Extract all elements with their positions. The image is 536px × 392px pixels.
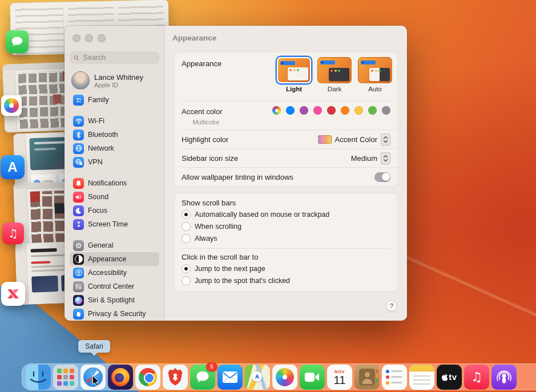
dock-photos-icon[interactable] — [272, 365, 297, 390]
theme-label: Auto — [357, 86, 393, 92]
accent-color-row: Accent color Multicolor — [175, 101, 397, 130]
notes-lines — [413, 375, 430, 377]
dock-contacts-icon[interactable] — [354, 365, 380, 390]
dock-facetime-icon[interactable] — [300, 365, 325, 390]
news-app-icon[interactable] — [1, 282, 25, 306]
radio-icon[interactable] — [182, 222, 191, 231]
highlight-gradient-chip — [318, 135, 332, 144]
calendar-day: 11 — [334, 374, 346, 386]
accent-swatch-yellow[interactable] — [354, 106, 363, 115]
dock-notes-icon[interactable] — [409, 365, 434, 390]
minimize-button[interactable] — [85, 34, 93, 42]
radio-selected-icon[interactable] — [182, 264, 191, 273]
sidebar-item-accessibility[interactable]: Accessibility — [70, 266, 159, 280]
wifi-icon — [73, 116, 84, 127]
sidebar-item-screen-time[interactable]: Screen Time — [70, 217, 159, 231]
dock-brave-icon[interactable] — [163, 365, 188, 390]
dock-launchpad-icon[interactable] — [53, 365, 78, 390]
sidebar-item-bluetooth[interactable]: Bluetooth — [70, 128, 159, 142]
close-button[interactable] — [72, 34, 80, 42]
hand-icon — [73, 309, 84, 320]
appearance-settings-card: Appearance Light — [174, 52, 398, 187]
click-scroll-option-spot-clicked[interactable]: Jump to the spot that's clicked — [182, 276, 390, 285]
accessibility-icon — [73, 268, 84, 278]
dock-music-icon[interactable]: ♫ — [464, 365, 489, 390]
family-icon — [73, 95, 84, 106]
apple-id-row[interactable]: Lance Whitney Apple ID — [70, 70, 159, 91]
music-app-icon[interactable]: ♫ — [2, 223, 24, 244]
sidebar-item-wifi[interactable]: Wi-Fi — [70, 114, 159, 128]
accent-swatches — [272, 106, 390, 115]
page-title: Appearance — [172, 34, 407, 42]
zoom-button[interactable] — [98, 34, 106, 42]
sidebar-item-privacy-security[interactable]: Privacy & Security — [70, 307, 159, 321]
chevron-up-down-icon[interactable] — [381, 152, 390, 164]
click-scroll-option-next-page[interactable]: Jump to the next page — [182, 264, 390, 273]
wallpaper-tinting-row: Allow wallpaper tinting in windows — [175, 168, 397, 186]
search-field[interactable] — [70, 51, 159, 64]
wallpaper-tinting-toggle[interactable] — [374, 172, 390, 182]
sidebar-item-focus[interactable]: Focus — [70, 204, 159, 217]
dock-messages-icon[interactable]: 6 — [190, 365, 215, 390]
notes-header — [409, 365, 434, 371]
accent-swatch-graphite[interactable] — [382, 106, 390, 115]
highlight-color-select[interactable]: Accent Color — [318, 134, 390, 146]
sidebar-item-network[interactable]: Network — [70, 142, 159, 155]
radio-label: Automatically based on mouse or trackpad — [195, 211, 329, 219]
light-theme-thumbnail[interactable] — [277, 57, 311, 83]
sidebar-item-siri-spotlight[interactable]: Siri & Spotlight — [70, 293, 159, 307]
dock-firefox-icon[interactable] — [108, 365, 133, 390]
sidebar-item-label: VPN — [88, 158, 103, 166]
scrollbars-option-always[interactable]: Always — [182, 234, 390, 243]
sidebar-item-notifications[interactable]: Notifications — [70, 176, 159, 190]
appstore-app-icon[interactable]: A — [1, 155, 25, 179]
accent-swatch-green[interactable] — [368, 106, 377, 115]
help-button[interactable]: ? — [386, 300, 397, 312]
auto-theme-thumbnail[interactable] — [358, 57, 392, 83]
photos-flower-icon — [276, 368, 294, 386]
sidebar-item-sound[interactable]: Sound — [70, 190, 159, 204]
dock-mail-icon[interactable] — [217, 365, 243, 390]
sidebar-item-label: Siri & Spotlight — [88, 296, 135, 304]
dock-finder-icon[interactable] — [26, 365, 51, 390]
sidebar-item-family[interactable]: Family — [70, 93, 159, 107]
envelope-icon — [222, 371, 238, 383]
sidebar-icon-size-select[interactable]: Medium — [351, 152, 390, 164]
accent-swatch-red[interactable] — [327, 106, 336, 115]
radio-icon[interactable] — [182, 234, 191, 243]
messages-app-icon[interactable] — [6, 30, 29, 53]
click-scrollbar-title: Click in the scroll bar to — [182, 253, 390, 261]
gear-icon: ⚙ — [73, 240, 84, 251]
accent-swatch-orange[interactable] — [341, 106, 349, 115]
dock-reminders-icon[interactable] — [382, 365, 407, 390]
radio-selected-icon[interactable] — [182, 210, 191, 219]
theme-option-dark[interactable]: Dark — [317, 57, 352, 92]
finder-face-icon — [26, 365, 51, 390]
theme-option-light[interactable]: Light — [276, 57, 312, 92]
accent-swatch-multicolor[interactable] — [272, 106, 281, 115]
scrollbars-option-when-scrolling[interactable]: When scrolling — [182, 222, 390, 231]
theme-option-auto[interactable]: Auto — [357, 57, 393, 92]
search-input[interactable] — [82, 53, 155, 62]
scrollbars-option-auto[interactable]: Automatically based on mouse or trackpad — [182, 210, 390, 219]
sidebar-item-control-center[interactable]: Control Center — [70, 280, 159, 293]
dark-theme-thumbnail[interactable] — [317, 57, 352, 83]
accent-swatch-purple[interactable] — [300, 106, 308, 115]
sidebar-item-appearance[interactable]: Appearance — [70, 252, 159, 266]
sidebar-item-label: Screen Time — [88, 220, 128, 228]
dock-podcasts-icon[interactable] — [491, 365, 517, 390]
sidebar-item-vpn[interactable]: VPN — [70, 155, 159, 169]
wallpaper-tinting-label: Allow wallpaper tinting in windows — [182, 173, 293, 181]
accent-swatch-blue[interactable] — [286, 106, 295, 115]
radio-label: When scrolling — [195, 223, 241, 231]
sidebar-item-general[interactable]: ⚙ General — [70, 239, 159, 252]
photos-app-icon[interactable] — [1, 95, 22, 116]
radio-icon[interactable] — [182, 276, 191, 285]
chevron-up-down-icon[interactable] — [381, 134, 390, 146]
dock-calendar-icon[interactable]: NOV 11 — [327, 365, 352, 390]
sidebar-item-label: Wi-Fi — [88, 117, 104, 125]
dock-maps-icon[interactable] — [245, 365, 270, 390]
dock-chrome-icon[interactable] — [135, 365, 160, 390]
dock-appletv-icon[interactable]: tv — [437, 365, 462, 390]
accent-swatch-pink[interactable] — [313, 106, 322, 115]
